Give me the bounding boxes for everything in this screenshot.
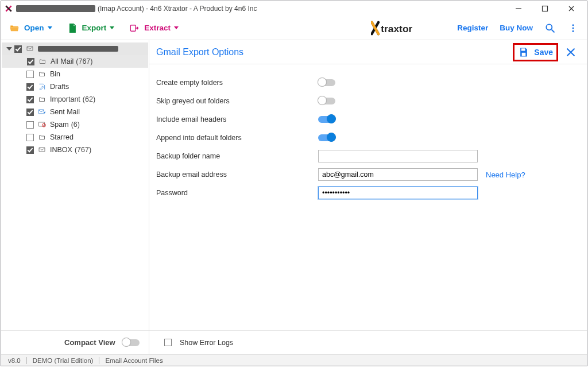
caret-down-icon [110,26,114,29]
folder-count: (6) [71,121,80,129]
status-bar: v8.0 DEMO (Trial Edition) Email Account … [1,354,587,366]
window-title: (Imap Account) - 4n6 Xtraxtor - A Produc… [98,5,257,13]
folder-checkbox[interactable] [27,58,34,65]
search-icon [544,22,556,34]
extract-label: Extract [144,24,171,32]
extract-menu[interactable]: Extract [126,21,182,36]
svg-rect-9 [27,47,33,51]
main-toolbar: Open Export Extract traxtor Register Buy… [1,16,587,40]
toggle-append-default[interactable] [318,134,335,141]
backup-email-label: Backup email address [156,171,318,179]
backup-folder-input[interactable] [318,150,478,162]
folder-bin[interactable]: Bin [1,68,149,80]
folder-important[interactable]: Important (62) [1,93,149,106]
svg-rect-15 [521,48,525,51]
folder-count: (767) [76,57,92,65]
opt-create-empty-label: Create empty folders [156,79,318,87]
opt-append-default-label: Append into default folders [156,134,318,142]
main-panel: Gmail Export Options Save Create empty f… [149,40,587,330]
opt-include-headers-label: Include email headers [156,115,318,123]
svg-rect-2 [131,25,136,31]
save-icon [518,47,529,58]
minimize-button[interactable] [505,1,532,16]
title-redacted [16,5,95,12]
need-help-link[interactable]: Need Help? [486,171,525,179]
folder-icon [37,95,47,103]
svg-rect-1 [543,6,548,11]
folder-checkbox[interactable] [26,121,34,129]
folder-icon [37,70,47,78]
panel-close-button[interactable] [564,45,578,59]
folder-count: (767) [75,146,91,154]
password-label: Password [156,189,318,197]
account-node[interactable] [2,42,148,55]
toggle-create-empty[interactable] [318,79,335,86]
svg-text:traxtor: traxtor [381,22,413,34]
folder-checkbox[interactable] [26,71,34,78]
save-label: Save [534,48,553,57]
folder-checkbox[interactable] [26,134,34,141]
folder-label: Spam [50,121,69,129]
register-link[interactable]: Register [457,24,488,32]
folder-label: INBOX [50,146,72,154]
folder-label: All Mail [51,57,74,65]
open-label: Open [24,24,44,32]
folder-label: Drafts [50,83,69,91]
svg-rect-14 [39,148,45,152]
folder-drafts[interactable]: Drafts [1,80,149,93]
compact-view-label: Compact View [64,338,115,347]
folder-checkbox[interactable] [26,83,34,91]
caret-down-icon [48,26,52,29]
status-mode: Email Account Files [105,357,163,364]
folder-label: Bin [50,70,60,78]
folder-label: Sent Mail [50,108,80,116]
backup-email-input[interactable] [318,168,478,181]
svg-point-6 [572,24,574,26]
file-export-icon [67,23,78,33]
svg-point-8 [572,30,574,32]
folder-icon [37,133,47,141]
toggle-compact-view[interactable] [122,339,140,346]
titlebar: (Imap Account) - 4n6 Xtraxtor - A Produc… [1,1,587,16]
buy-link[interactable]: Buy Now [500,24,533,32]
export-menu[interactable]: Export [64,21,118,36]
maximize-button[interactable] [532,1,558,16]
folder-starred[interactable]: Starred [1,131,149,144]
show-error-label: Show Error Logs [180,339,233,347]
export-label: Export [82,24,107,32]
folder-checkbox[interactable] [26,96,34,103]
opt-skip-greyed-label: Skip greyed out folders [156,97,318,105]
open-menu[interactable]: Open [6,21,56,36]
draft-icon [37,83,47,91]
folder-open-icon [9,23,20,33]
sent-icon [37,108,47,116]
folder-sent-mail[interactable]: Sent Mail [1,106,149,118]
folder-inbox[interactable]: INBOX (767) [1,144,149,156]
mail-icon [25,45,34,53]
password-input[interactable] [318,187,478,199]
folder-checkbox[interactable] [26,109,34,116]
chevron-down-icon[interactable] [6,47,12,51]
more-menu-button[interactable] [567,22,579,34]
toggle-include-headers[interactable] [318,116,335,123]
svg-line-5 [552,29,555,32]
folder-tree: All Mail (767)BinDraftsImportant (62)Sen… [1,40,149,330]
bottom-bar: Compact View Show Error Logs [1,330,587,354]
show-error-checkbox[interactable] [164,339,172,346]
folder-checkbox[interactable] [26,146,34,154]
inbox-icon [37,146,47,154]
folder-all-mail[interactable]: All Mail (767) [2,55,148,68]
folder-label: Important [50,95,80,103]
save-button[interactable]: Save [513,43,558,61]
window-close-button[interactable] [558,1,585,16]
backup-folder-label: Backup folder name [156,152,318,160]
panel-title: Gmail Export Options [156,47,243,57]
account-checkbox[interactable] [14,45,22,53]
search-button[interactable] [544,22,556,34]
toggle-skip-greyed[interactable] [318,98,335,104]
svg-point-7 [572,27,574,29]
folder-icon [38,57,47,65]
svg-point-4 [546,24,552,30]
spam-icon [37,121,47,129]
folder-spam[interactable]: Spam (6) [1,118,149,131]
